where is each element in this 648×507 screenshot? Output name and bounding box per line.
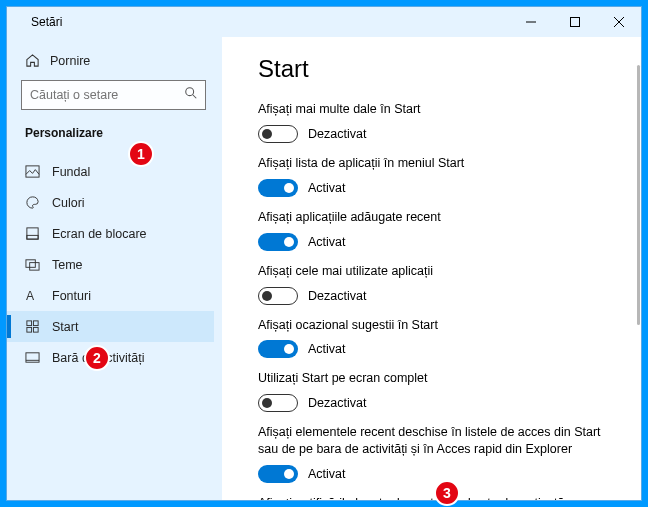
toggle-state-text: Activat bbox=[308, 181, 346, 195]
fonts-icon: A bbox=[25, 288, 40, 303]
setting-label: Afișați elementele recent deschise în li… bbox=[258, 424, 619, 458]
svg-rect-1 bbox=[571, 18, 580, 27]
search-icon bbox=[184, 86, 198, 104]
sidebar-item-lockscreen[interactable]: Ecran de blocare bbox=[7, 218, 214, 249]
svg-point-4 bbox=[186, 88, 194, 96]
section-label: Personalizare bbox=[7, 122, 214, 148]
titlebar: Setări bbox=[7, 7, 641, 37]
toggle-state-text: Activat bbox=[308, 342, 346, 356]
annotation-badge-1: 1 bbox=[128, 141, 154, 167]
themes-icon bbox=[25, 257, 40, 272]
toggle-switch[interactable] bbox=[258, 465, 298, 483]
setting-label: Afișați cele mai utilizate aplicații bbox=[258, 263, 619, 280]
sidebar-item-colors[interactable]: Culori bbox=[7, 187, 214, 218]
toggle-state-text: Dezactivat bbox=[308, 396, 366, 410]
setting-label: Afișați lista de aplicații în meniul Sta… bbox=[258, 155, 619, 172]
page-title: Start bbox=[258, 55, 619, 83]
svg-rect-9 bbox=[26, 260, 35, 268]
minimize-button[interactable] bbox=[509, 7, 553, 37]
sidebar-item-start[interactable]: Start bbox=[7, 311, 214, 342]
annotation-badge-2: 2 bbox=[84, 345, 110, 371]
sidebar-item-label: Fundal bbox=[52, 165, 90, 179]
sidebar-item-themes[interactable]: Teme bbox=[7, 249, 214, 280]
setting-row: Afișați ocazional sugestii în StartActiv… bbox=[258, 317, 619, 359]
setting-label: Afișați ocazional sugestii în Start bbox=[258, 317, 619, 334]
picture-icon bbox=[25, 164, 40, 179]
close-button[interactable] bbox=[597, 7, 641, 37]
svg-text:A: A bbox=[26, 289, 35, 303]
sidebar-item-label: Culori bbox=[52, 196, 85, 210]
setting-row: Afișați cele mai utilizate aplicațiiDeza… bbox=[258, 263, 619, 305]
sidebar-item-background[interactable]: Fundal bbox=[7, 156, 214, 187]
search-input[interactable] bbox=[21, 80, 206, 110]
sidebar-item-label: Fonturi bbox=[52, 289, 91, 303]
svg-rect-13 bbox=[33, 321, 38, 326]
start-icon bbox=[25, 319, 40, 334]
toggle-switch[interactable] bbox=[258, 233, 298, 251]
settings-window: Setări Pornire Personalizare bbox=[6, 6, 642, 501]
home-icon bbox=[25, 53, 40, 68]
home-label: Pornire bbox=[50, 54, 90, 68]
sidebar-item-taskbar[interactable]: Bară de activități bbox=[7, 342, 214, 373]
sidebar-item-fonts[interactable]: A Fonturi bbox=[7, 280, 214, 311]
toggle-switch[interactable] bbox=[258, 287, 298, 305]
toggle-state-text: Dezactivat bbox=[308, 127, 366, 141]
setting-row: Utilizați Start pe ecran completDezactiv… bbox=[258, 370, 619, 412]
home-button[interactable]: Pornire bbox=[7, 47, 214, 74]
setting-row: Afișați mai multe dale în StartDezactiva… bbox=[258, 101, 619, 143]
annotation-badge-3: 3 bbox=[434, 480, 460, 506]
lockscreen-icon bbox=[25, 226, 40, 241]
palette-icon bbox=[25, 195, 40, 210]
setting-label: Afișați mai multe dale în Start bbox=[258, 101, 619, 118]
toggle-state-text: Activat bbox=[308, 467, 346, 481]
setting-label: Utilizați Start pe ecran complet bbox=[258, 370, 619, 387]
toggle-switch[interactable] bbox=[258, 179, 298, 197]
svg-rect-14 bbox=[27, 327, 32, 332]
setting-label: Afișați aplicațiile adăugate recent bbox=[258, 209, 619, 226]
svg-rect-8 bbox=[27, 235, 38, 239]
sidebar-item-label: Ecran de blocare bbox=[52, 227, 147, 241]
sidebar-nav: Fundal Culori Ecran de blocare Teme A Fo… bbox=[7, 156, 214, 373]
svg-rect-10 bbox=[30, 263, 39, 271]
maximize-button[interactable] bbox=[553, 7, 597, 37]
toggle-switch[interactable] bbox=[258, 125, 298, 143]
toggle-state-text: Dezactivat bbox=[308, 289, 366, 303]
toggle-switch[interactable] bbox=[258, 394, 298, 412]
svg-line-5 bbox=[193, 95, 197, 99]
setting-row: Afișați aplicațiile adăugate recentActiv… bbox=[258, 209, 619, 251]
svg-rect-7 bbox=[27, 228, 38, 239]
sidebar-item-label: Teme bbox=[52, 258, 83, 272]
titlebar-title: Setări bbox=[31, 15, 62, 29]
svg-rect-12 bbox=[27, 321, 32, 326]
taskbar-icon bbox=[25, 350, 40, 365]
sidebar: Pornire Personalizare Fundal Culo bbox=[7, 37, 222, 500]
svg-rect-15 bbox=[33, 327, 38, 332]
toggle-state-text: Activat bbox=[308, 235, 346, 249]
content-area: Start Afișați mai multe dale în StartDez… bbox=[222, 37, 641, 500]
toggle-switch[interactable] bbox=[258, 340, 298, 358]
scrollbar[interactable] bbox=[637, 65, 640, 325]
sidebar-item-label: Start bbox=[52, 320, 78, 334]
setting-row: Afișați lista de aplicații în meniul Sta… bbox=[258, 155, 619, 197]
setting-row: Afișați elementele recent deschise în li… bbox=[258, 424, 619, 483]
